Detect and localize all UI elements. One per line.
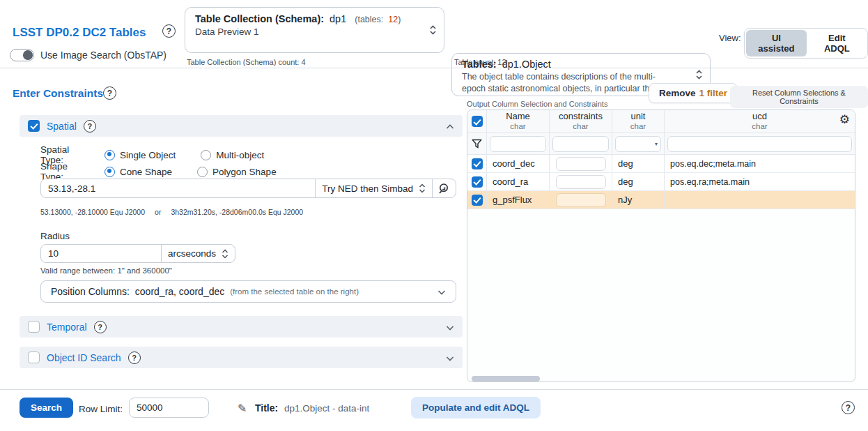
radio-icon (201, 150, 211, 160)
radio-option-multi-object[interactable]: Multi-object (201, 150, 264, 160)
radio-label: Multi-object (216, 150, 264, 160)
spatial-checkbox[interactable] (28, 120, 40, 132)
constraint-input[interactable] (556, 193, 606, 207)
title-value: dp1.Object - data-int (284, 403, 369, 414)
ucd-filter-input[interactable] (667, 136, 852, 152)
caret-down-icon[interactable]: ▾ (655, 141, 658, 147)
temporal-help-icon[interactable]: ? (94, 321, 107, 333)
populate-adql-button[interactable]: Populate and edit ADQL (411, 397, 541, 418)
chevron-updown-icon (695, 69, 703, 80)
footer-help-icon[interactable]: ? (842, 401, 855, 414)
schema-dropdown-line1: Table Collection (Schema):dp1 (tables: 1… (195, 13, 423, 24)
object-id-checkbox[interactable] (28, 351, 40, 363)
coordinates-input[interactable] (41, 179, 315, 197)
filter-funnel-cell[interactable] (467, 133, 487, 154)
search-button[interactable]: Search (20, 398, 73, 418)
chevron-updown-icon (429, 24, 437, 36)
image-search-toggle-row: Use Image Search (ObsTAP) (10, 49, 166, 61)
remove-filter-button[interactable]: Remove 1 filter (649, 83, 738, 103)
radius-unit-select[interactable]: arcseconds (161, 245, 235, 262)
row-checkbox[interactable] (472, 195, 483, 206)
chevron-down-icon (437, 285, 446, 298)
edit-title-pencil-icon[interactable]: ✎ (238, 402, 247, 415)
schema-label: Table Collection (Schema): (195, 13, 324, 24)
table-row[interactable]: coord_radegpos.eq.ra;meta.main (467, 173, 855, 191)
temporal-section-header[interactable]: Temporal ? (20, 316, 463, 338)
position-columns-expander[interactable]: Position Columns: coord_ra, coord_dec (f… (40, 280, 456, 303)
object-id-title: Object ID Search (47, 352, 121, 363)
tables-description: The object table contains descriptions o… (462, 71, 675, 96)
constraint-input[interactable] (556, 157, 606, 171)
header-unit[interactable]: unitchar (612, 110, 665, 133)
object-id-section-header[interactable]: Object ID Search ? (20, 347, 463, 368)
position-columns-label: Position Columns: (51, 286, 130, 297)
columns-table-filter-row: ▾ (467, 133, 855, 155)
schema-dropdown[interactable]: Table Collection (Schema):dp1 (tables: 1… (185, 7, 444, 53)
row-limit-input[interactable] (129, 398, 209, 418)
cell-unit: deg (612, 173, 665, 190)
radius-hint: Valid range between: 1" and 360000" (40, 266, 172, 275)
chevron-updown-icon (419, 183, 426, 193)
header-constraints[interactable]: constraintschar (550, 110, 612, 133)
cell-name: coord_ra (487, 173, 550, 190)
schema-selected: Data Preview 1 (195, 27, 423, 37)
image-search-toggle[interactable] (10, 49, 34, 61)
select-all-checkbox[interactable] (472, 116, 483, 127)
temporal-checkbox[interactable] (28, 321, 40, 333)
shape-type-radio-group: Cone ShapePolygon Shape (104, 167, 302, 177)
constraints-help-icon[interactable]: ? (103, 86, 116, 100)
view-option-ui-assisted[interactable]: UI assisted (746, 30, 807, 56)
radio-label: Cone Shape (120, 167, 172, 177)
tap-search-panel: LSST DP0.2 DC2 Tables ? Use Image Search… (0, 0, 868, 431)
cell-ucd: pos.eq.ra;meta.main (665, 173, 855, 190)
chevron-down-icon[interactable] (446, 351, 454, 364)
table-settings-gear-icon[interactable]: ⚙ (839, 114, 850, 126)
cell-ucd (665, 191, 855, 209)
cell-name: coord_dec (487, 155, 550, 172)
radius-unit-value: arcseconds (168, 248, 216, 259)
coordinate-feedback-sexagesimal: 3h32m31.20s, -28d06m00.0s Equ J2000 (171, 208, 303, 216)
row-limit-label: Row Limit: (79, 404, 123, 414)
name-filter-input[interactable] (490, 136, 546, 152)
spatial-title: Spatial (47, 121, 77, 132)
radio-option-cone-shape[interactable]: Cone Shape (104, 167, 172, 177)
resolve-search-icon[interactable] (432, 179, 456, 197)
columns-table: Namechar constraintschar unitchar ucdcha… (467, 109, 855, 382)
radio-option-polygon-shape[interactable]: Polygon Shape (197, 167, 277, 177)
chevron-up-icon[interactable] (446, 120, 454, 133)
row-checkbox[interactable] (472, 176, 483, 188)
image-search-toggle-label: Use Image Search (ObsTAP) (40, 50, 166, 61)
page-help-icon[interactable]: ? (162, 24, 176, 38)
table-row[interactable]: coord_decdegpos.eq.dec;meta.main (467, 155, 855, 173)
header-ucd[interactable]: ucdchar (665, 110, 855, 133)
columns-table-header: Namechar constraintschar unitchar ucdcha… (467, 110, 855, 133)
radio-option-single-object[interactable]: Single Object (104, 150, 176, 160)
funnel-icon (472, 139, 482, 149)
spatial-section-header[interactable]: Spatial ? (20, 115, 463, 137)
constraints-filter-input[interactable] (552, 136, 609, 152)
row-checkbox[interactable] (472, 158, 483, 169)
coordinate-feedback-decimal: 53.13000, -28.10000 Equ J2000 (40, 208, 145, 216)
resolver-value: Try NED then Simbad (322, 183, 413, 194)
radio-label: Single Object (120, 150, 176, 160)
resolver-select[interactable]: Try NED then Simbad (315, 179, 432, 197)
header-name[interactable]: Namechar (487, 110, 550, 133)
title-label: Title: (255, 402, 278, 414)
columns-table-body: coord_decdegpos.eq.dec;meta.maincoord_ra… (467, 155, 855, 209)
table-row[interactable]: g_psfFluxnJy (467, 191, 855, 209)
view-label: View: (719, 33, 741, 43)
radius-label: Radius (40, 231, 70, 241)
coordinate-feedback-or: or (155, 208, 161, 216)
position-columns-note: (from the selected table on the right) (230, 287, 359, 296)
spatial-help-icon[interactable]: ? (84, 120, 96, 133)
reset-columns-button[interactable]: Reset Column Selections & Constraints (730, 86, 868, 108)
toggle-knob (23, 50, 33, 60)
radius-input[interactable] (41, 245, 161, 262)
view-option-edit-adql[interactable]: Edit ADQL (808, 30, 866, 56)
chevron-down-icon[interactable] (446, 321, 454, 333)
constraint-input[interactable] (556, 175, 606, 189)
object-id-help-icon[interactable]: ? (128, 351, 141, 364)
horizontal-scrollbar-thumb[interactable] (472, 376, 540, 381)
cell-unit: deg (612, 155, 665, 172)
schema-tables-note: (tables: 12) (355, 15, 401, 24)
